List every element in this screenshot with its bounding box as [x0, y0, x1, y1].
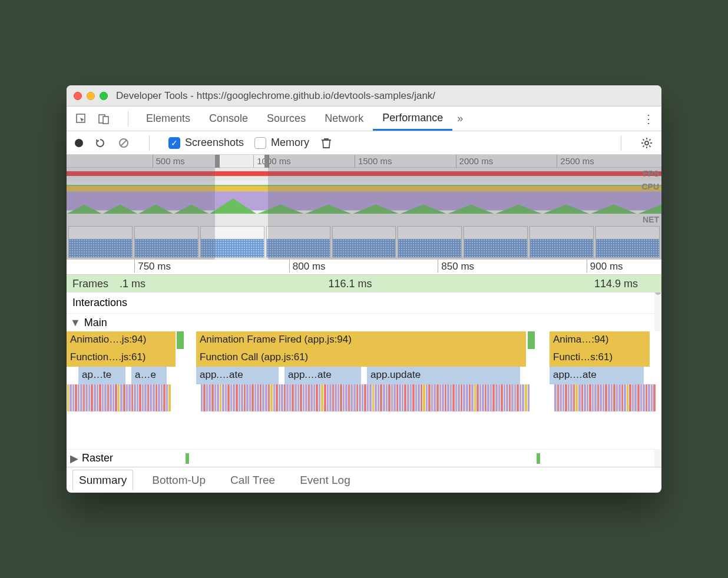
main-track-header[interactable]: ▼ Main: [67, 314, 661, 331]
window-title: Developer Tools - https://googlechrome.g…: [116, 90, 435, 102]
ruler-tick: 500 ms: [156, 156, 185, 166]
flame-event[interactable]: [177, 331, 184, 349]
overview-ruler[interactable]: 500 ms 1000 ms 1500 ms 2000 ms 2500 ms: [67, 155, 661, 168]
screenshots-label: Screenshots: [185, 137, 244, 149]
screenshot-thumb[interactable]: [398, 226, 462, 258]
gear-icon[interactable]: [640, 137, 653, 150]
frame-duration: 116.1 ms: [328, 278, 372, 290]
ruler-tick: 2500 ms: [560, 156, 594, 166]
titlebar: Developer Tools - https://googlechrome.g…: [67, 85, 661, 107]
viewport-handle-left[interactable]: [215, 155, 220, 168]
reload-record-icon[interactable]: [94, 137, 107, 150]
flame-event[interactable]: app.…ate: [550, 367, 644, 384]
tab-sources[interactable]: Sources: [257, 107, 315, 131]
tab-call-tree[interactable]: Call Tree: [224, 470, 281, 490]
flame-event[interactable]: Function….js:61): [67, 349, 176, 367]
flame-event[interactable]: Animatio….js:94): [67, 331, 176, 349]
tab-summary[interactable]: Summary: [72, 470, 133, 491]
flame-event[interactable]: ap…te: [78, 367, 125, 384]
checkbox-on-icon: ✓: [168, 137, 180, 149]
disclosure-triangle-icon[interactable]: ▼: [70, 317, 81, 329]
disclosure-triangle-icon[interactable]: ▶: [70, 452, 78, 465]
perf-toolbar: ✓ Screenshots Memory: [67, 131, 661, 155]
ruler-tick: 850 ms: [441, 261, 474, 273]
fps-label: FPS: [643, 169, 659, 178]
svg-rect-2: [103, 117, 108, 124]
checkbox-off-icon: [254, 137, 266, 149]
device-toolbar-icon[interactable]: [97, 113, 110, 125]
flame-micro-row[interactable]: [67, 384, 656, 401]
more-tabs-icon[interactable]: »: [457, 112, 463, 125]
raster-track-header[interactable]: ▶ Raster: [67, 449, 661, 467]
main-flame-chart[interactable]: Animatio….js:94) Animation Frame Fired (…: [67, 331, 661, 449]
viewport-handle-right[interactable]: [264, 155, 269, 168]
cpu-label: CPU: [641, 182, 659, 191]
minimize-icon[interactable]: [87, 92, 95, 100]
close-icon[interactable]: [74, 92, 82, 100]
screenshot-thumb[interactable]: [595, 226, 660, 258]
flame-event[interactable]: Anima…:94): [550, 331, 650, 349]
svg-line-4: [121, 140, 127, 146]
interactions-track[interactable]: Interactions: [67, 293, 661, 314]
details-tabs: Summary Bottom-Up Call Tree Event Log: [67, 467, 661, 493]
flame-micro-row[interactable]: [67, 401, 656, 411]
flame-event[interactable]: Animation Frame Fired (app.js:94): [196, 331, 526, 349]
svg-rect-7: [67, 185, 661, 191]
screenshot-thumb[interactable]: [134, 226, 198, 258]
flame-event[interactable]: a…e: [131, 367, 167, 384]
flame-event[interactable]: Functi…s:61): [550, 349, 650, 367]
frame-duration: .1 ms: [120, 278, 145, 290]
cpu-lane: CPU: [67, 181, 661, 214]
interactions-label: Interactions: [72, 297, 127, 309]
tab-performance[interactable]: Performance: [373, 107, 452, 131]
main-label: Main: [84, 317, 107, 329]
tab-network[interactable]: Network: [315, 107, 373, 131]
screenshot-thumb[interactable]: [530, 226, 594, 258]
tab-event-log[interactable]: Event Log: [294, 470, 356, 490]
screenshot-thumb[interactable]: [266, 226, 330, 258]
fps-lane: FPS: [67, 168, 661, 181]
screenshot-thumb[interactable]: [200, 226, 264, 258]
flame-event[interactable]: app.…ate: [284, 367, 361, 384]
tab-elements[interactable]: Elements: [137, 107, 200, 131]
overview-pane[interactable]: 500 ms 1000 ms 1500 ms 2000 ms 2500 ms F…: [67, 155, 661, 260]
screenshot-thumb[interactable]: [68, 226, 133, 258]
screenshot-thumb[interactable]: [464, 226, 528, 258]
screenshot-strip[interactable]: [67, 224, 661, 260]
flame-event[interactable]: Function Call (app.js:61): [196, 349, 526, 367]
raster-event[interactable]: [186, 453, 189, 464]
panel-tabs: Elements Console Sources Network Perform…: [67, 107, 661, 131]
net-label: NET: [643, 215, 659, 224]
memory-checkbox[interactable]: Memory: [254, 137, 309, 149]
ruler-tick: 1000 ms: [257, 156, 291, 166]
ruler-tick: 900 ms: [590, 261, 623, 273]
flame-chart-pane[interactable]: 750 ms 800 ms 850 ms 900 ms Frames .1 ms…: [67, 260, 661, 467]
screenshot-thumb[interactable]: [332, 226, 396, 258]
screenshots-checkbox[interactable]: ✓ Screenshots: [168, 137, 244, 149]
net-lane: NET: [67, 214, 661, 224]
ruler-tick: 800 ms: [293, 261, 326, 273]
detail-ruler[interactable]: 750 ms 800 ms 850 ms 900 ms: [67, 260, 661, 275]
memory-label: Memory: [271, 137, 309, 149]
devtools-window: Developer Tools - https://googlechrome.g…: [67, 85, 661, 493]
ruler-tick: 1500 ms: [358, 156, 392, 166]
clear-icon[interactable]: [117, 137, 130, 150]
ruler-tick: 2000 ms: [459, 156, 494, 166]
record-button[interactable]: [75, 139, 83, 147]
kebab-menu-icon[interactable]: ⋮: [643, 112, 653, 126]
traffic-lights: [74, 92, 108, 100]
raster-event[interactable]: [537, 453, 540, 464]
ruler-tick: 750 ms: [138, 261, 171, 273]
zoom-icon[interactable]: [100, 92, 108, 100]
raster-label: Raster: [82, 452, 113, 464]
flame-event[interactable]: app.update: [367, 367, 520, 384]
flame-event[interactable]: [528, 331, 535, 349]
frames-track[interactable]: Frames .1 ms 116.1 ms 114.9 ms: [67, 275, 661, 293]
frame-duration: 114.9 ms: [594, 278, 638, 290]
inspect-element-icon[interactable]: [75, 113, 88, 125]
trash-icon[interactable]: [320, 137, 333, 150]
tab-bottom-up[interactable]: Bottom-Up: [146, 470, 211, 490]
svg-point-5: [645, 141, 648, 145]
tab-console[interactable]: Console: [200, 107, 257, 131]
flame-event[interactable]: app.…ate: [196, 367, 279, 384]
